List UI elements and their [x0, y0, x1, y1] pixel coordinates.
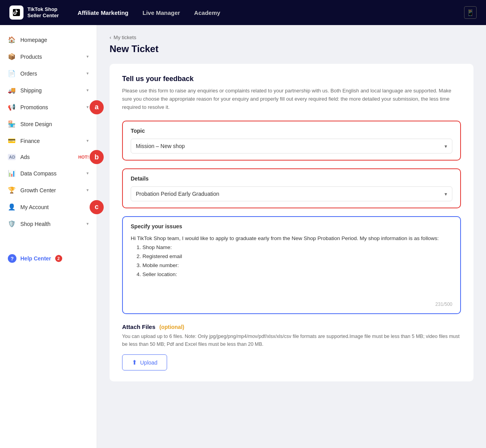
help-center-link[interactable]: ? Help Center 2 [0, 248, 97, 269]
help-center-badge: 2 [55, 255, 62, 262]
sidebar-item-homepage[interactable]: 🏠 Homepage [0, 31, 97, 48]
sidebar-label-shipping: Shipping [20, 87, 82, 94]
form-card: Tell us your feedback Please use this fo… [110, 64, 473, 381]
sidebar-item-products[interactable]: 📦 Products ▾ [0, 48, 97, 65]
sidebar-label-shop-health: Shop Health [20, 221, 82, 227]
upload-icon: ⬆ [132, 359, 137, 366]
sidebar-label-store-design: Store Design [20, 121, 89, 127]
promotions-icon: 📢 [8, 103, 16, 111]
attach-desc: You can upload up to 6 files. Note: Only… [122, 332, 461, 348]
breadcrumb: ‹ My tickets [110, 34, 473, 40]
sidebar-label-promotions: Promotions [20, 104, 82, 110]
account-icon: 👤 [8, 203, 16, 211]
form-section-desc: Please use this form to raise any enquir… [122, 87, 461, 111]
details-value: Probation Period Early Graduation [136, 191, 219, 197]
logo-text: TikTok Shop Seller Center [27, 6, 59, 18]
finance-icon: 💳 [8, 137, 16, 145]
attach-section: Attach Files (optional) You can upload u… [122, 323, 461, 370]
chevron-down-icon: ▾ [86, 188, 89, 193]
chevron-down-icon: ▾ [86, 221, 89, 226]
growth-icon: 🏆 [8, 186, 16, 194]
annotation-c: c [90, 200, 104, 214]
tiktok-logo-icon [9, 5, 23, 20]
main-content: ‹ My tickets New Ticket Tell us your fee… [97, 25, 486, 448]
sidebar-label-my-account: My Account [20, 204, 89, 210]
sidebar-label-ads: Ads [20, 154, 73, 160]
ads-icon: AD [8, 154, 16, 160]
sidebar-item-store-design[interactable]: 🏪 Store Design [0, 116, 97, 132]
breadcrumb-chevron: ‹ [110, 34, 111, 40]
chevron-down-icon: ▾ [86, 105, 89, 110]
chevron-down-icon: ▾ [86, 171, 89, 176]
issues-field-group: Specify your issues Hi TikTok Shop team,… [122, 216, 461, 314]
annotation-a: a [90, 100, 104, 114]
orders-icon: 📄 [8, 70, 16, 77]
topic-select[interactable]: Mission – New shop ▾ [131, 139, 452, 154]
data-icon: 📊 [8, 170, 16, 177]
shipping-icon: 🚚 [8, 87, 16, 94]
sidebar-item-my-account[interactable]: 👤 My Account c [0, 199, 97, 215]
details-label: Details [131, 175, 452, 182]
sidebar-label-data-compass: Data Compass [20, 170, 82, 177]
sidebar-label-orders: Orders [20, 70, 82, 77]
details-chevron-icon: ▾ [445, 191, 447, 197]
attach-optional-label: (optional) [159, 324, 184, 330]
chevron-down-icon: ▾ [86, 88, 89, 93]
topic-chevron-icon: ▾ [445, 143, 447, 149]
sidebar-item-shop-health[interactable]: 🛡️ Shop Health ▾ [0, 215, 97, 232]
sidebar-item-orders[interactable]: 📄 Orders ▾ [0, 65, 97, 82]
store-icon: 🏪 [8, 120, 16, 128]
home-icon: 🏠 [8, 36, 16, 43]
annotation-b: b [90, 150, 104, 164]
topic-field-group: Topic Mission – New shop ▾ [122, 121, 461, 161]
hot-badge: HOT! [78, 155, 89, 159]
sidebar-item-ads[interactable]: AD Ads HOT! b [0, 149, 97, 165]
sidebar-item-finance[interactable]: 💳 Finance ▾ [0, 132, 97, 149]
page-title: New Ticket [110, 43, 473, 54]
form-section-title: Tell us your feedback [122, 75, 461, 83]
chevron-down-icon: ▾ [86, 71, 89, 76]
sidebar-item-growth-center[interactable]: 🏆 Growth Center ▾ [0, 182, 97, 199]
issues-label: Specify your issues [131, 223, 452, 229]
nav-live-manager[interactable]: Live Manager [142, 8, 180, 18]
sidebar-label-homepage: Homepage [20, 37, 89, 43]
topic-label: Topic [131, 128, 452, 134]
breadcrumb-parent[interactable]: My tickets [113, 34, 136, 40]
upload-label: Upload [140, 359, 157, 366]
details-select[interactable]: Probation Period Early Graduation ▾ [131, 186, 452, 201]
notification-icon[interactable]: 📱 [464, 6, 477, 19]
details-field-group: Details Probation Period Early Graduatio… [122, 168, 461, 208]
issues-textarea[interactable]: Hi TikTok Shop team, I would like to app… [131, 234, 452, 297]
char-count: 231/500 [131, 302, 452, 307]
sidebar: 🏠 Homepage 📦 Products ▾ 📄 Orders ▾ 🚚 Shi… [0, 25, 97, 448]
shield-icon: 🛡️ [8, 220, 16, 228]
top-navigation: TikTok Shop Seller Center Affiliate Mark… [0, 0, 486, 25]
sidebar-label-growth-center: Growth Center [20, 187, 82, 193]
nav-right: 📱 [464, 6, 477, 19]
chevron-down-icon: ▾ [86, 54, 89, 59]
nav-affiliate-marketing[interactable]: Affiliate Marketing [77, 8, 128, 18]
attach-title: Attach Files (optional) [122, 323, 461, 330]
sidebar-item-shipping[interactable]: 🚚 Shipping ▾ [0, 82, 97, 99]
help-center-label: Help Center [20, 255, 51, 262]
upload-button[interactable]: ⬆ Upload [122, 354, 167, 370]
sidebar-label-finance: Finance [20, 138, 82, 144]
sidebar-item-promotions[interactable]: 📢 Promotions ▾ a [0, 99, 97, 116]
sidebar-item-data-compass[interactable]: 📊 Data Compass ▾ [0, 165, 97, 182]
topic-value: Mission – New shop [136, 143, 185, 149]
help-icon: ? [8, 254, 16, 263]
nav-links: Affiliate Marketing Live Manager Academy [77, 8, 464, 18]
logo-area[interactable]: TikTok Shop Seller Center [9, 5, 59, 20]
nav-academy[interactable]: Academy [194, 8, 220, 18]
sidebar-label-products: Products [20, 54, 82, 60]
products-icon: 📦 [8, 53, 16, 60]
chevron-down-icon: ▾ [86, 138, 89, 143]
